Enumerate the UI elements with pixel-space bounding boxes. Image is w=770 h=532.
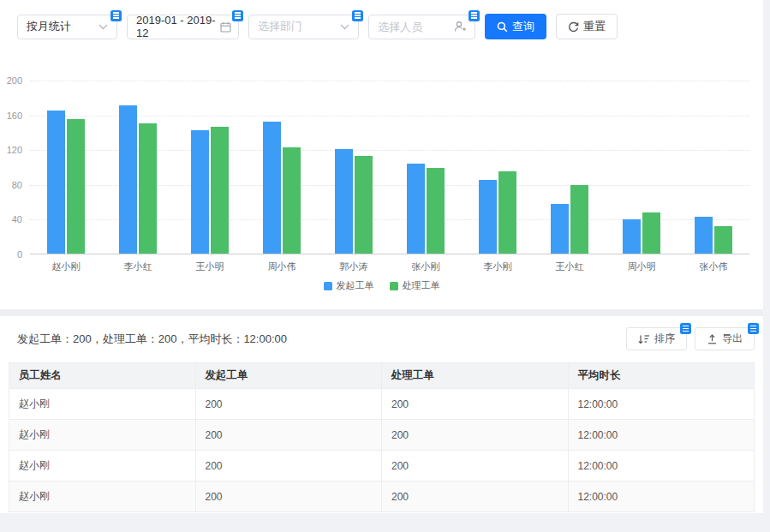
widget-menu-badge-icon[interactable] xyxy=(232,10,243,21)
legend-label: 发起工单 xyxy=(337,279,374,292)
chart-bar-处理工单 xyxy=(714,226,732,254)
stat-type-value: 按月统计 xyxy=(27,19,71,34)
sort-button[interactable]: 排序 xyxy=(626,327,687,350)
widget-menu-badge-icon[interactable] xyxy=(748,323,759,334)
chart-card: 按月统计 2019-01 - 2019-12 xyxy=(0,0,763,309)
x-axis-category-label: 张小伟 xyxy=(677,260,749,273)
chart-bar-发起工单 xyxy=(479,180,497,254)
header-processed-orders: 处理工单 xyxy=(382,363,569,389)
x-axis-category-label: 周小明 xyxy=(606,260,677,273)
x-axis-category-label: 张小刚 xyxy=(390,260,462,273)
cell-avg-duration: 12:00:00 xyxy=(568,420,755,451)
y-axis-tick-label: 40 xyxy=(0,214,22,224)
table-row[interactable]: 赵小刚 200 200 12:00:00 xyxy=(9,389,755,420)
header-employee-name: 员工姓名 xyxy=(9,363,196,389)
department-select[interactable]: 选择部门 xyxy=(248,15,359,39)
table-row[interactable]: 赵小刚 200 200 12:00:00 xyxy=(9,451,755,481)
query-button[interactable]: 查询 xyxy=(485,14,546,39)
legend-label: 处理工单 xyxy=(403,279,440,292)
legend-swatch-icon xyxy=(324,282,332,290)
export-button-label: 导出 xyxy=(722,332,743,346)
bar-chart: 04080120160200 赵小刚李小红王小明周小伟郭小涛张小刚李小刚王小红周… xyxy=(0,81,763,303)
y-axis-tick-label: 200 xyxy=(0,75,22,86)
legend-item-发起工单[interactable]: 发起工单 xyxy=(324,279,374,292)
chart-bar-发起工单 xyxy=(623,219,641,254)
y-axis-tick-label: 120 xyxy=(0,145,22,155)
chart-legend: 发起工单处理工单 xyxy=(0,279,763,292)
x-axis-category-label: 王小红 xyxy=(534,260,606,273)
cell-processed: 200 xyxy=(382,451,569,481)
header-initiated-orders: 发起工单 xyxy=(195,363,382,389)
x-axis-category-label: 郭小涛 xyxy=(318,260,390,273)
chart-bar-发起工单 xyxy=(263,122,281,254)
x-axis-category-label: 周小伟 xyxy=(246,260,318,273)
legend-item-处理工单[interactable]: 处理工单 xyxy=(390,279,440,292)
cell-employee-name: 赵小刚 xyxy=(9,389,196,420)
x-axis-category-label: 李小刚 xyxy=(462,260,534,273)
cell-initiated: 200 xyxy=(195,451,382,481)
upload-icon xyxy=(707,334,718,344)
chart-bar-处理工单 xyxy=(570,185,588,254)
x-axis-category-label: 李小红 xyxy=(102,260,174,273)
chart-bar-处理工单 xyxy=(355,156,373,254)
user-add-icon xyxy=(454,21,475,33)
y-axis-tick-label: 0 xyxy=(0,249,22,260)
sort-descending-icon xyxy=(638,334,650,344)
chart-bar-处理工单 xyxy=(139,123,157,254)
date-range-value: 2019-01 - 2019-12 xyxy=(136,14,220,39)
table-header-row: 员工姓名 发起工单 处理工单 平均时长 xyxy=(9,363,755,389)
chevron-down-icon xyxy=(340,24,349,30)
table-actions: 排序 导出 xyxy=(618,327,755,350)
widget-menu-badge-icon[interactable] xyxy=(352,10,363,21)
header-avg-duration: 平均时长 xyxy=(568,363,755,389)
sort-button-label: 排序 xyxy=(654,332,675,346)
chart-bar-发起工单 xyxy=(119,105,137,254)
table-row[interactable]: 赵小刚 200 200 12:00:00 xyxy=(9,420,755,451)
chart-bar-处理工单 xyxy=(498,171,516,254)
y-axis-tick-label: 80 xyxy=(0,180,22,190)
summary-row: 发起工单：200，处理工单：200，平均时长：12:00:00 排序 xyxy=(17,327,755,350)
chart-bar-处理工单 xyxy=(642,212,660,254)
cell-processed: 200 xyxy=(382,481,569,512)
chart-bar-发起工单 xyxy=(407,164,425,254)
refresh-icon xyxy=(568,21,579,33)
export-button[interactable]: 导出 xyxy=(695,327,755,350)
chart-bar-处理工单 xyxy=(427,168,445,254)
chart-bar-发起工单 xyxy=(551,204,569,254)
table-row[interactable]: 赵小刚 200 200 12:00:00 xyxy=(9,481,755,512)
query-button-label: 查询 xyxy=(512,19,534,34)
date-range-picker[interactable]: 2019-01 - 2019-12 xyxy=(127,15,239,39)
cell-processed: 200 xyxy=(382,420,569,451)
chevron-down-icon xyxy=(98,24,108,30)
widget-menu-badge-icon[interactable] xyxy=(680,323,691,334)
chart-bar-发起工单 xyxy=(47,111,65,254)
stat-type-select[interactable]: 按月统计 xyxy=(17,15,117,39)
filter-toolbar: 按月统计 2019-01 - 2019-12 xyxy=(17,14,627,39)
cell-initiated: 200 xyxy=(195,389,382,420)
cell-avg-duration: 12:00:00 xyxy=(568,389,755,420)
person-input[interactable] xyxy=(369,15,448,39)
cell-employee-name: 赵小刚 xyxy=(9,451,196,481)
chart-y-axis: 04080120160200 xyxy=(0,81,22,254)
search-icon xyxy=(497,21,508,33)
chart-plot xyxy=(30,81,749,254)
chart-bar-发起工单 xyxy=(335,149,353,254)
cell-processed: 200 xyxy=(382,389,569,420)
cell-employee-name: 赵小刚 xyxy=(9,481,196,512)
legend-swatch-icon xyxy=(390,282,398,290)
widget-menu-badge-icon[interactable] xyxy=(469,10,480,21)
calendar-icon xyxy=(220,21,231,33)
chart-bar-处理工单 xyxy=(67,119,85,254)
cell-avg-duration: 12:00:00 xyxy=(568,481,755,512)
x-axis-category-label: 赵小刚 xyxy=(30,260,102,273)
employee-table: 员工姓名 发起工单 处理工单 平均时长 赵小刚 200 200 12:00:00… xyxy=(9,362,755,512)
table-card: 发起工单：200，处理工单：200，平均时长：12:00:00 排序 xyxy=(0,316,763,513)
reset-button[interactable]: 重置 xyxy=(556,14,618,39)
person-select-field[interactable] xyxy=(368,15,475,39)
widget-menu-badge-icon[interactable] xyxy=(110,10,122,21)
chart-bar-发起工单 xyxy=(191,130,209,254)
cell-avg-duration: 12:00:00 xyxy=(568,451,755,481)
chart-x-axis: 赵小刚李小红王小明周小伟郭小涛张小刚李小刚王小红周小明张小伟 xyxy=(30,260,749,274)
cell-employee-name: 赵小刚 xyxy=(9,420,196,451)
page: 按月统计 2019-01 - 2019-12 xyxy=(0,0,763,513)
